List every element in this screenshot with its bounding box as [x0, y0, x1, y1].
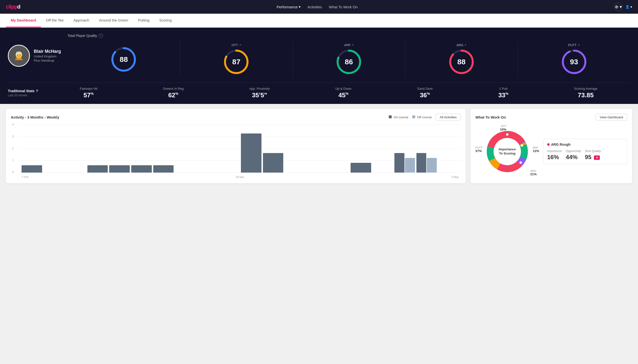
wtwo-header: What To Work On View Dashboard: [476, 114, 627, 121]
score-label-app: APP ↗: [344, 43, 353, 47]
bar-on-course: [87, 165, 108, 172]
circle-app: 86: [335, 48, 362, 75]
arrow-icon-putt: ↗: [577, 44, 580, 47]
bar-on-course: [394, 153, 404, 172]
avatar: 🧑‍🦳: [8, 45, 30, 67]
tab-around-the-green[interactable]: Around the Green: [94, 14, 133, 28]
score-value-ott: 87: [232, 58, 241, 66]
tab-approach[interactable]: Approach: [69, 14, 94, 28]
bars-container: [20, 125, 461, 172]
stats-row: Traditional Stats ? Last 20 rounds Fairw…: [8, 83, 630, 99]
legend-off-course: Off course: [412, 116, 432, 119]
score-label-putt: PUTT ↗: [568, 43, 580, 47]
wtwo-card: What To Work On View Dashboard OTT 10% A…: [471, 109, 632, 183]
metric-importance-value: 16%: [547, 154, 562, 160]
logo: clippd: [6, 4, 20, 10]
x-label-may: 9 May: [452, 176, 459, 178]
bar-on-course: [416, 153, 427, 172]
tab-scoring[interactable]: Scoring: [154, 14, 176, 28]
bar-on-course: [263, 153, 284, 172]
arrow-icon-ott: ↗: [239, 44, 241, 47]
svg-point-20: [521, 144, 523, 147]
hero-section: 🧑‍🦳 Blair McHarg United Kingdom Plus Han…: [0, 28, 638, 104]
bar-on-course: [22, 165, 42, 172]
circle-ott: 87: [223, 48, 250, 75]
bar-on-course: [131, 165, 152, 172]
nav-activities[interactable]: Activities: [308, 5, 322, 9]
metric-opportunity-value: 44%: [566, 154, 581, 160]
stat-1-putt: 1 Putt 33%: [498, 87, 508, 99]
bar-on-course: [351, 163, 371, 172]
arg-info-card: ARG Rough Importance 16% Opportunity 44%…: [543, 139, 627, 164]
svg-point-19: [506, 133, 509, 136]
tab-my-dashboard[interactable]: My Dashboard: [6, 14, 41, 28]
player-name: Blair McHarg: [34, 49, 61, 54]
x-labels: 7 Feb 28 Mar 9 May: [20, 176, 461, 178]
traditional-stats-label: Traditional Stats ?: [8, 89, 47, 93]
bar-on-course: [153, 165, 174, 172]
bar-group: [109, 165, 130, 172]
bar-group: [351, 163, 371, 172]
score-value-app: 86: [345, 58, 353, 66]
x-label-feb: 7 Feb: [22, 176, 28, 178]
legend-on-course: On course: [389, 116, 408, 119]
help-icon[interactable]: ?: [99, 34, 103, 38]
arrow-icon-app: ↗: [352, 44, 354, 47]
activity-chart-title: Activity - 3 Months - Weekly: [11, 115, 59, 119]
bar-group: [285, 172, 305, 172]
tab-putting[interactable]: Putting: [133, 14, 154, 28]
chart-legend: On course Off course: [389, 116, 432, 119]
bar-off-course: [405, 158, 415, 172]
score-label-ott: OTT ↗: [232, 43, 241, 47]
view-dashboard-button[interactable]: View Dashboard: [596, 114, 627, 121]
donut-area: OTT 10% APP 12% ARG 21% PUTT: [476, 125, 539, 178]
add-button[interactable]: ⊕ ▾: [614, 3, 622, 11]
circle-arg: 88: [448, 48, 475, 75]
shot-quality-badge: ▼: [594, 156, 600, 160]
info-dot: [547, 143, 550, 146]
svg-point-21: [520, 161, 522, 164]
all-activities-button[interactable]: All Activities: [436, 114, 461, 121]
arrow-icon-arg: ↗: [464, 44, 466, 47]
bar-group: [416, 153, 437, 172]
main-content: Activity - 3 Months - Weekly On course O…: [0, 104, 638, 188]
stat-app-proximity: App. Proximity 35'5": [249, 87, 270, 99]
metric-importance: Importance 16%: [547, 149, 562, 160]
bar-group: [197, 172, 218, 172]
stat-greens-in-reg: Greens In Reg 62%: [163, 87, 184, 99]
bar-on-course: [241, 134, 262, 172]
nav-right: ⊕ ▾ 👤 ▾: [614, 3, 632, 11]
tpq-label: Total Player Quality ?: [68, 34, 630, 38]
player-info: 🧑‍🦳 Blair McHarg United Kingdom Plus Han…: [8, 45, 62, 67]
stat-up-down: Up & Down 45%: [335, 87, 352, 99]
tab-off-the-tee[interactable]: Off the Tee: [41, 14, 69, 28]
wtwo-body: OTT 10% APP 12% ARG 21% PUTT: [476, 125, 627, 178]
circle-total: 88: [110, 46, 137, 73]
score-value-putt: 93: [570, 58, 578, 66]
score-arg: ARG ↗ 88: [405, 41, 518, 78]
nav-what-to-work-on[interactable]: What To Work On: [329, 5, 358, 9]
bar-off-course: [427, 158, 437, 172]
metric-opportunity: Opportunity 44%: [566, 149, 581, 160]
metric-importance-label: Importance: [547, 149, 562, 153]
wtwo-title: What To Work On: [476, 115, 506, 119]
bar-group: [175, 172, 196, 172]
nav-performance[interactable]: Performance ▾: [277, 5, 301, 9]
bar-group: [65, 172, 86, 172]
user-avatar-button[interactable]: 👤 ▾: [625, 5, 632, 9]
bar-on-course: [109, 165, 130, 172]
top-nav: clippd Performance ▾ Activities What To …: [0, 0, 638, 14]
metric-shot-quality: Shot Quality 95 ▼: [585, 149, 601, 160]
bar-group: [394, 153, 415, 172]
bar-group: [263, 153, 284, 172]
stat-fairways-hit: Fairways Hit 57%: [80, 87, 97, 99]
bar-group: [87, 165, 108, 172]
nav-links: Performance ▾ Activities What To Work On: [277, 5, 358, 9]
bar-group: [44, 172, 64, 172]
metric-opportunity-label: Opportunity: [566, 149, 581, 153]
score-total: 88: [68, 41, 180, 78]
stats-help-icon[interactable]: ?: [36, 89, 38, 93]
score-label-arg: ARG ↗: [456, 43, 466, 47]
score-app: APP ↗ 86: [293, 41, 405, 78]
bar-group: [329, 172, 349, 172]
